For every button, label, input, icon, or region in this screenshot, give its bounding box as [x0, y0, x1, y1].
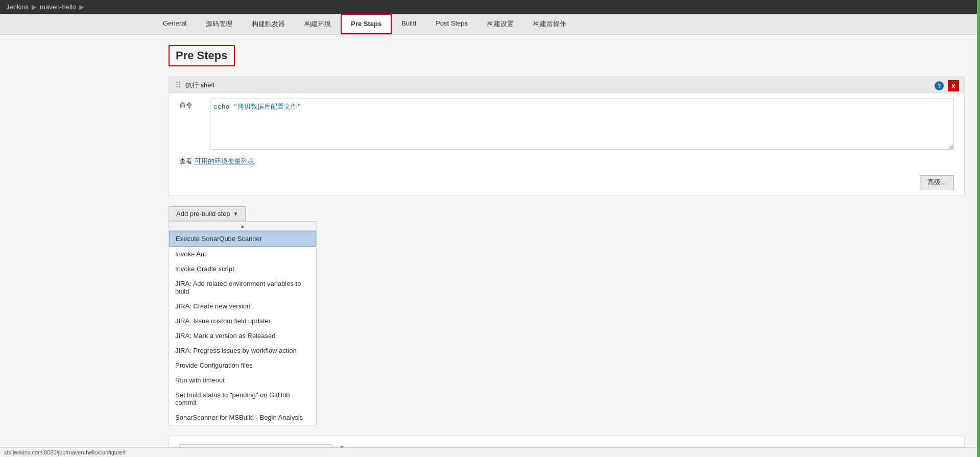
tab-source-mgmt[interactable]: 源码管理 — [196, 14, 242, 34]
advanced-button[interactable]: 高级... — [920, 175, 954, 189]
tab-general[interactable]: General — [153, 14, 196, 34]
dropdown-items-container: Execute SonarQube ScannerInvoke AntInvok… — [169, 231, 316, 425]
add-step-label: Add pre-build step — [176, 210, 230, 218]
scroll-up-btn[interactable]: ▲ — [169, 222, 316, 231]
breadcrumb-sep-2: ▶ — [79, 3, 84, 11]
tab-post-build[interactable]: 构建后操作 — [523, 14, 576, 34]
drag-handle-icon: ⠿ — [175, 80, 181, 90]
dropdown-item-9[interactable]: Run with timeout — [169, 373, 316, 388]
tab-build[interactable]: Build — [392, 14, 426, 34]
command-label: 命令 — [179, 99, 210, 110]
dropdown-item-4[interactable]: JIRA: Create new version — [169, 299, 316, 314]
shell-block: ⠿ 执行 shell x ? 命令 查看 可用的环境变量列表 高级... — [169, 77, 965, 196]
dropdown-arrow-icon: ▼ — [233, 211, 238, 217]
scroll-up-icon: ▲ — [240, 223, 245, 229]
breadcrumb-jenkins[interactable]: Jenkins — [6, 3, 29, 11]
env-link[interactable]: 可用的环境变量列表 — [195, 157, 254, 165]
right-accent-bar — [977, 0, 980, 457]
dropdown-menu: ▲ Execute SonarQube ScannerInvoke AntInv… — [169, 221, 317, 425]
tab-build-trigger[interactable]: 构建触发器 — [242, 14, 295, 34]
dropdown-item-10[interactable]: Set build status to "pending" on GitHub … — [169, 388, 316, 410]
dropdown-item-5[interactable]: JIRA: Issue custom field updater — [169, 314, 316, 328]
tab-pre-steps[interactable]: Pre Steps — [341, 14, 392, 34]
add-step-container: Add pre-build step ▼ ▲ Execute SonarQube… — [169, 206, 317, 425]
help-icon-shell[interactable]: ? — [935, 81, 944, 90]
command-textarea[interactable] — [210, 99, 954, 150]
dropdown-item-7[interactable]: JIRA: Progress issues by workflow action — [169, 343, 316, 358]
tab-bar: General 源码管理 构建触发器 构建环境 Pre Steps Build … — [0, 14, 980, 35]
command-field-row: 命令 — [169, 93, 964, 155]
tab-build-settings[interactable]: 构建设置 — [477, 14, 523, 34]
env-link-row: 查看 可用的环境变量列表 — [169, 155, 964, 171]
section-title: Pre Steps — [169, 45, 235, 66]
dropdown-item-1[interactable]: Invoke Ant — [169, 247, 316, 261]
dropdown-item-6[interactable]: JIRA: Mark a version as Released — [169, 328, 316, 343]
dropdown-item-3[interactable]: JIRA: Add related environment variables … — [169, 276, 316, 299]
status-bar: xts.jenkins.com:8080/job/maven-hello/con… — [0, 447, 980, 457]
page-body: Pre Steps ⠿ 执行 shell x ? 命令 查看 可用的环境变量列表 — [0, 35, 980, 457]
dropdown-item-8[interactable]: Provide Configuration files — [169, 358, 316, 373]
main-content: General 源码管理 构建触发器 构建环境 Pre Steps Build … — [0, 14, 980, 457]
dropdown-item-11[interactable]: SonarScanner for MSBuild - Begin Analysi… — [169, 410, 316, 425]
content-area: Pre Steps ⠿ 执行 shell x ? 命令 查看 可用的环境变量列表 — [153, 35, 980, 457]
shell-block-header: ⠿ 执行 shell — [169, 77, 964, 93]
status-url: xts.jenkins.com:8080/job/maven-hello/con… — [4, 449, 126, 455]
breadcrumb-sep-1: ▶ — [32, 3, 37, 11]
add-pre-build-step-button[interactable]: Add pre-build step ▼ — [169, 206, 246, 221]
top-bar: Jenkins ▶ maven-hello ▶ — [0, 0, 980, 14]
dropdown-item-2[interactable]: Invoke Gradle script — [169, 261, 316, 276]
breadcrumb-maven-hello[interactable]: maven-hello — [40, 3, 76, 11]
dropdown-item-0[interactable]: Execute SonarQube Scanner — [169, 231, 316, 247]
close-shell-button[interactable]: x — [948, 80, 959, 91]
tab-post-steps[interactable]: Post Steps — [426, 14, 477, 34]
tab-build-env[interactable]: 构建环境 — [295, 14, 341, 34]
advanced-row: 高级... — [169, 171, 964, 196]
env-link-prefix: 查看 — [179, 157, 195, 165]
shell-block-title: 执行 shell — [185, 81, 214, 90]
